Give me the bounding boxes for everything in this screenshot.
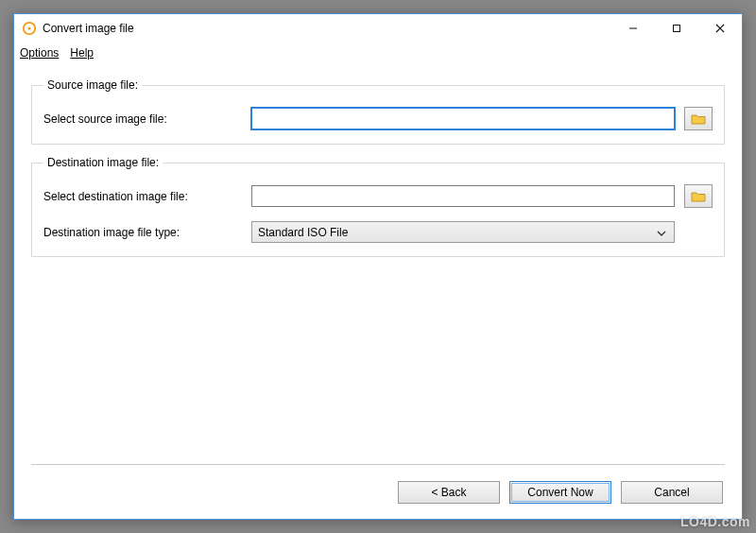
source-browse-button[interactable] <box>684 107 713 130</box>
window-controls <box>611 14 742 43</box>
destination-type-label: Destination image file type: <box>43 226 242 239</box>
destination-file-input[interactable] <box>251 185 675 207</box>
svg-point-1 <box>27 26 30 29</box>
folder-icon <box>691 190 706 203</box>
folder-icon <box>691 112 706 126</box>
cancel-button[interactable]: Cancel <box>621 481 723 504</box>
app-window: Convert image file Options Help Source i… <box>13 13 743 520</box>
separator <box>31 464 725 466</box>
source-group: Source image file: Select source image f… <box>31 78 725 145</box>
chevron-down-icon <box>657 228 666 237</box>
menu-help[interactable]: Help <box>70 46 94 60</box>
source-select-label: Select source image file: <box>43 112 242 126</box>
destination-select-label: Select destination image file: <box>43 190 242 203</box>
destination-group: Destination image file: Select destinati… <box>31 156 725 257</box>
minimize-button[interactable] <box>611 14 655 43</box>
client-area: Source image file: Select source image f… <box>14 63 742 257</box>
destination-type-select[interactable]: Standard ISO File <box>251 221 675 243</box>
back-button[interactable]: < Back <box>398 481 500 504</box>
svg-rect-3 <box>674 26 680 32</box>
close-button[interactable] <box>698 14 742 43</box>
convert-now-button[interactable]: Convert Now <box>509 481 611 504</box>
app-icon <box>22 21 37 36</box>
menu-options[interactable]: Options <box>20 46 59 60</box>
maximize-button[interactable] <box>655 14 698 43</box>
destination-legend: Destination image file: <box>43 156 163 169</box>
source-legend: Source image file: <box>43 78 142 92</box>
destination-browse-button[interactable] <box>684 184 713 208</box>
wizard-buttons: < Back Convert Now Cancel <box>398 481 723 504</box>
titlebar: Convert image file <box>14 14 742 43</box>
destination-type-value: Standard ISO File <box>258 226 348 239</box>
window-title: Convert image file <box>43 22 134 35</box>
source-file-input[interactable] <box>251 108 675 129</box>
menubar: Options Help <box>14 43 742 63</box>
